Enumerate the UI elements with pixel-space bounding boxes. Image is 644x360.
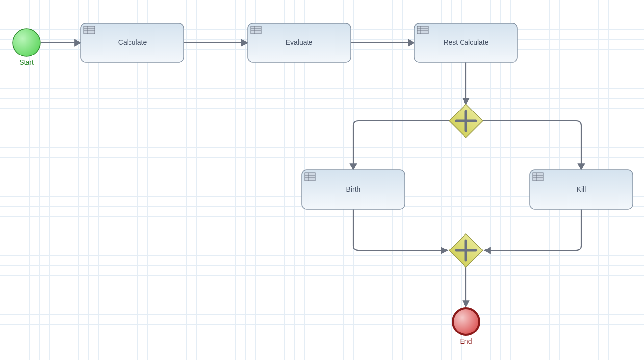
task-calculate[interactable]: Calculate [81, 23, 184, 62]
grid-icon [251, 26, 261, 34]
flow-gateway1-birth[interactable] [353, 121, 450, 170]
task-kill[interactable]: Kill [530, 170, 633, 209]
svg-rect-20 [305, 173, 315, 181]
svg-point-32 [453, 308, 479, 335]
start-label: Start [19, 58, 34, 66]
end-label: End [460, 337, 472, 345]
grid-icon [84, 26, 95, 34]
task-birth[interactable]: Birth [302, 170, 405, 209]
flow-gateway1-kill[interactable] [482, 121, 581, 170]
gateway-split[interactable] [449, 104, 483, 138]
grid-icon [533, 173, 543, 181]
grid-icon [305, 173, 315, 181]
task-kill-label: Kill [577, 185, 586, 193]
svg-rect-25 [533, 173, 543, 181]
task-restcalculate[interactable]: Rest Calculate [414, 23, 517, 62]
task-restcalculate-label: Rest Calculate [443, 38, 488, 46]
diagram-canvas[interactable]: Start Calculate Evaluate Rest [0, 0, 644, 360]
svg-rect-7 [251, 26, 261, 34]
flow-kill-gateway2[interactable] [484, 209, 581, 250]
task-birth-label: Birth [346, 185, 361, 193]
grid-icon [417, 26, 428, 34]
end-event[interactable]: End [453, 308, 479, 345]
start-event[interactable]: Start [13, 29, 40, 66]
svg-rect-2 [84, 26, 95, 34]
svg-rect-12 [417, 26, 428, 34]
task-calculate-label: Calculate [118, 38, 147, 46]
svg-point-0 [13, 29, 40, 56]
task-evaluate[interactable]: Evaluate [248, 23, 351, 62]
flow-birth-gateway2[interactable] [353, 209, 448, 250]
gateway-join[interactable] [449, 234, 483, 267]
task-evaluate-label: Evaluate [286, 38, 313, 46]
